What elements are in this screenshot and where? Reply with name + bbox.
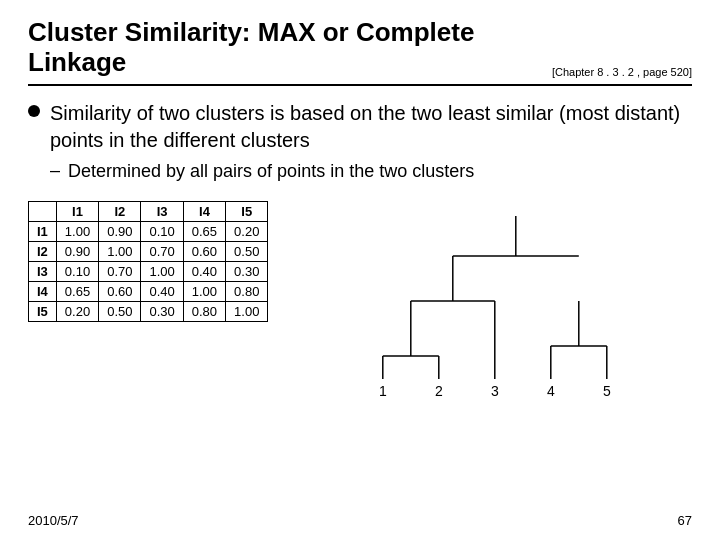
bullet-main-text: Similarity of two clusters is based on t… [50,100,692,154]
matrix-cell: 0.20 [56,302,98,322]
svg-text:5: 5 [603,383,611,399]
matrix-cell: 1.00 [226,302,268,322]
matrix-cell: 0.10 [141,222,183,242]
matrix-cell: 0.40 [183,262,225,282]
matrix-cell: 0.90 [99,222,141,242]
bullet-section: Similarity of two clusters is based on t… [28,100,692,183]
sub-bullet-text: Determined by all pairs of points in the… [68,160,474,183]
matrix-cell: 0.65 [56,282,98,302]
matrix-cell: 0.50 [99,302,141,322]
matrix-row: I11.000.900.100.650.20 [29,222,268,242]
slide-title: Cluster Similarity: MAX or Complete Link… [28,18,540,78]
matrix-cell: 1.00 [99,242,141,262]
matrix-cell: 0.50 [226,242,268,262]
title-row: Cluster Similarity: MAX or Complete Link… [28,18,692,86]
matrix-row-header: I2 [29,242,57,262]
matrix-row: I30.100.701.000.400.30 [29,262,268,282]
matrix-row: I40.650.600.401.000.80 [29,282,268,302]
matrix-cell: 0.60 [99,282,141,302]
chapter-ref: [Chapter 8 . 3 . 2 , page 520] [552,66,692,78]
svg-text:1: 1 [379,383,387,399]
matrix-cell: 0.80 [226,282,268,302]
matrix-cell: 0.70 [141,242,183,262]
matrix-row-header: I3 [29,262,57,282]
dendrogram-container: 1 2 3 4 5 [298,201,692,401]
svg-text:3: 3 [491,383,499,399]
dendrogram-svg: 1 2 3 4 5 [298,201,692,401]
matrix-header-row: I1 I2 I3 I4 I5 [29,202,268,222]
matrix-header-i3: I3 [141,202,183,222]
matrix-row-header: I1 [29,222,57,242]
content-area: I1 I2 I3 I4 I5 I11.000.900.100.650.20I20… [28,201,692,401]
matrix-row-header: I4 [29,282,57,302]
matrix-header-i1: I1 [56,202,98,222]
matrix-cell: 0.65 [183,222,225,242]
matrix-cell: 1.00 [183,282,225,302]
matrix-header-empty [29,202,57,222]
svg-text:4: 4 [547,383,555,399]
sub-dash-icon: – [50,160,60,181]
matrix-cell: 0.10 [56,262,98,282]
matrix-row: I20.901.000.700.600.50 [29,242,268,262]
svg-text:2: 2 [435,383,443,399]
matrix-row: I50.200.500.300.801.00 [29,302,268,322]
matrix-header-i5: I5 [226,202,268,222]
matrix-cell: 1.00 [56,222,98,242]
matrix-cell: 1.00 [141,262,183,282]
matrix-cell: 0.20 [226,222,268,242]
bullet-dot-icon [28,105,40,117]
matrix-cell: 0.80 [183,302,225,322]
matrix-header-i4: I4 [183,202,225,222]
matrix-cell: 0.60 [183,242,225,262]
footer-page: 67 [678,513,692,528]
matrix-cell: 0.30 [226,262,268,282]
matrix-row-header: I5 [29,302,57,322]
matrix-cell: 0.70 [99,262,141,282]
footer-date: 2010/5/7 [28,513,79,528]
bullet-main: Similarity of two clusters is based on t… [28,100,692,154]
matrix-cell: 0.90 [56,242,98,262]
footer: 2010/5/7 67 [28,513,692,528]
matrix-header-i2: I2 [99,202,141,222]
matrix-cell: 0.30 [141,302,183,322]
matrix-table: I1 I2 I3 I4 I5 I11.000.900.100.650.20I20… [28,201,268,322]
slide: Cluster Similarity: MAX or Complete Link… [0,0,720,540]
matrix-container: I1 I2 I3 I4 I5 I11.000.900.100.650.20I20… [28,201,268,322]
matrix-cell: 0.40 [141,282,183,302]
sub-bullet: – Determined by all pairs of points in t… [50,160,692,183]
